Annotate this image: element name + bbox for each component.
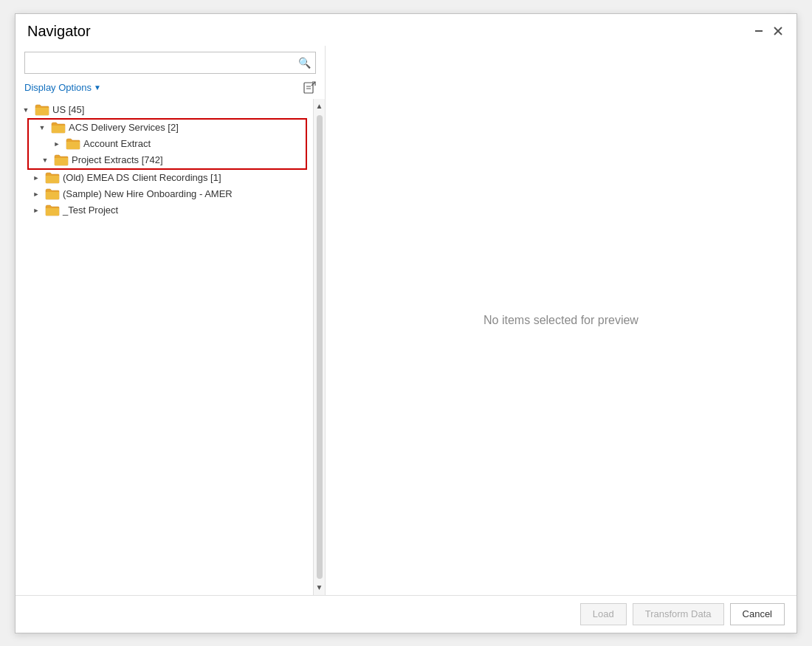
expander-emea: ► [30, 172, 42, 184]
transform-data-button[interactable]: Transform Data [633, 603, 724, 625]
folder-icon-newhire [45, 188, 60, 200]
expander-project-extracts: ▼ [39, 154, 51, 166]
expander-testproject: ► [30, 205, 42, 216]
window-controls [752, 24, 785, 38]
display-options-button[interactable]: Display Options ▼ [24, 82, 101, 93]
preview-empty-message: No items selected for preview [484, 314, 639, 327]
expander-account-extract: ► [51, 138, 63, 150]
scroll-down-button[interactable]: ▼ [314, 580, 326, 595]
right-panel: No items selected for preview [326, 46, 796, 595]
content-area: 🔍 Display Options ▼ [16, 46, 796, 595]
folder-icon-acs [51, 122, 66, 134]
folder-icon-account-extract [66, 138, 80, 150]
folder-icon-emea [45, 172, 60, 184]
expander-acs: ▼ [36, 122, 48, 134]
tree-item-newhire[interactable]: ► (Sample) New Hire Onboarding - AMER [16, 186, 313, 202]
bottom-bar: Load Transform Data Cancel [16, 595, 796, 633]
search-bar: 🔍 [16, 46, 325, 80]
highlighted-section: ▼ ACS Delivery Services [2] ► [27, 118, 307, 170]
minimize-button[interactable] [752, 24, 765, 38]
folder-icon-testproject [45, 205, 60, 216]
scroll-thumb [317, 115, 323, 579]
toolbar-row: Display Options ▼ [16, 80, 325, 99]
svg-rect-0 [755, 30, 763, 32]
project-extracts-label: Project Extracts [742] [72, 154, 163, 165]
expander-us: ▼ [20, 104, 32, 116]
folder-icon-project-extracts [54, 154, 69, 166]
search-icon: 🔍 [298, 57, 311, 69]
export-button[interactable] [303, 81, 316, 95]
newhire-label: (Sample) New Hire Onboarding - AMER [63, 188, 233, 199]
tree-item-acs[interactable]: ▼ ACS Delivery Services [2] [29, 120, 306, 136]
account-extract-label: Account Extract [83, 138, 151, 149]
left-panel: 🔍 Display Options ▼ [16, 46, 326, 595]
navigator-window: Navigator 🔍 [15, 13, 797, 633]
tree-item-us[interactable]: ▼ US [45] [16, 102, 313, 118]
tree-item-account-extract[interactable]: ► Account Extract [29, 136, 306, 152]
search-wrapper: 🔍 [24, 52, 316, 74]
cancel-button[interactable]: Cancel [730, 603, 785, 625]
search-input[interactable] [30, 57, 298, 68]
close-button[interactable] [771, 24, 785, 38]
expander-newhire: ► [30, 188, 42, 200]
svg-rect-3 [304, 83, 313, 93]
tree-item-emea[interactable]: ► (Old) EMEA DS Client Recordings [1] [16, 170, 313, 186]
load-button[interactable]: Load [580, 603, 627, 625]
display-options-label: Display Options [24, 82, 92, 93]
emea-label: (Old) EMEA DS Client Recordings [1] [63, 172, 221, 183]
tree-area: ▼ US [45] ▼ [16, 99, 325, 595]
chevron-down-icon: ▼ [94, 83, 101, 92]
tree-item-project-extracts[interactable]: ▼ Project Extracts [742] [29, 152, 306, 168]
scroll-up-button[interactable]: ▲ [314, 99, 326, 114]
window-title: Navigator [27, 23, 91, 40]
tree-item-testproject[interactable]: ► _Test Project [16, 202, 313, 219]
title-bar: Navigator [16, 14, 796, 46]
testproject-label: _Test Project [63, 205, 118, 216]
folder-icon-us [35, 104, 49, 116]
acs-label: ACS Delivery Services [2] [69, 122, 179, 133]
tree-content: ▼ US [45] ▼ [16, 99, 313, 595]
scrollbar-track: ▲ ▼ [313, 99, 325, 595]
us-label: US [45] [52, 104, 84, 115]
